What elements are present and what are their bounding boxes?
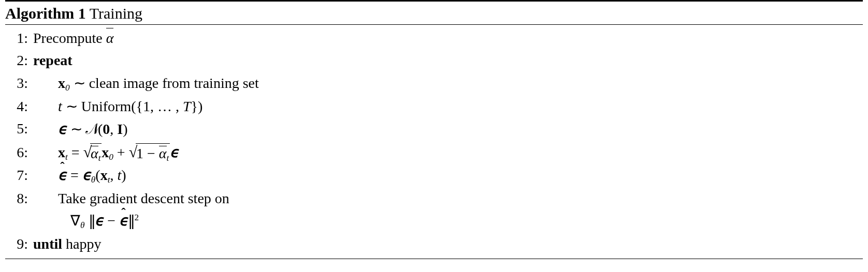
algorithm-block: Algorithm 1 Training 1: Precompute α 2: … — [0, 0, 868, 261]
line-content: t ∼ Uniform({1, … , T}) — [33, 95, 863, 117]
sub-t: t — [98, 153, 101, 163]
sim-symbol: ∼ — [70, 75, 89, 91]
algorithm-title: Algorithm 1 Training — [5, 2, 863, 24]
line-number: 6: — [5, 141, 33, 163]
sqrt: √1 − αt — [129, 143, 170, 164]
paren-open: ( — [98, 121, 103, 137]
line-number: 2: — [5, 49, 33, 71]
algo-line-cont: ∇θ ‖ϵ − ϵ‖2 — [5, 209, 863, 233]
paren-close: ) — [121, 167, 126, 183]
exp-2: 2 — [135, 213, 139, 223]
line-number: 4: — [5, 95, 33, 117]
algo-line: 1: Precompute α — [5, 27, 863, 49]
var-eps: ϵ — [170, 144, 179, 160]
algo-line: 4: t ∼ Uniform({1, … , T}) — [5, 95, 863, 117]
line-content: x0 ∼ clean image from training set — [33, 72, 863, 95]
minus: − — [104, 213, 119, 229]
identity-I: I — [117, 121, 123, 137]
sqrt: √αt — [83, 143, 102, 164]
sqrt-radicand: αt — [90, 143, 102, 164]
equals: = — [68, 144, 83, 160]
args-open: ({1, … , — [131, 98, 183, 114]
text: Take gradient descent step on — [58, 190, 229, 206]
var-eps: ϵ — [95, 213, 104, 229]
line-content: ∇θ ‖ϵ − ϵ‖2 — [33, 209, 863, 233]
one-minus: 1 − — [136, 145, 159, 161]
sub-0: 0 — [109, 152, 113, 161]
algorithm-body: 1: Precompute α 2: repeat 3: x0 ∼ clean … — [5, 25, 863, 259]
text: clean image from training set — [89, 75, 259, 91]
line-number: 7: — [5, 164, 33, 186]
algo-line: 5: ϵ ∼ 𝒩(0, I) — [5, 117, 863, 141]
args-close: }) — [191, 98, 203, 114]
line-number: 5: — [5, 117, 33, 140]
algo-line: 8: Take gradient descent step on — [5, 187, 863, 209]
alpha-bar: α — [106, 27, 114, 49]
keyword-repeat: repeat — [33, 52, 73, 68]
line-content: ϵ ∼ 𝒩(0, I) — [33, 117, 863, 141]
text: happy — [62, 236, 101, 252]
sim-symbol: ∼ — [67, 121, 86, 137]
eps-hat: ϵ — [119, 209, 128, 232]
nabla: ∇ — [70, 213, 80, 229]
algo-line: 3: x0 ∼ clean image from training set — [5, 72, 863, 95]
uniform-fn: Uniform — [81, 98, 131, 114]
line-number: 1: — [5, 27, 33, 49]
paren-close: ) — [123, 121, 127, 137]
keyword-until: until — [33, 236, 62, 252]
normal-N: 𝒩 — [86, 120, 98, 137]
var-T: T — [183, 98, 191, 114]
zero-vec: 0 — [103, 121, 110, 137]
text: Precompute — [33, 30, 106, 46]
equals: = — [67, 167, 82, 183]
paren-open: ( — [95, 167, 100, 183]
algorithm-number: Algorithm 1 — [5, 5, 86, 22]
sub-0: 0 — [65, 83, 70, 93]
bottom-rule — [5, 259, 863, 259]
algo-line: 6: xt = √αtx0 + √1 − αtϵ — [5, 141, 863, 164]
norm-open: ‖ — [89, 213, 95, 229]
line-content: ϵ = ϵθ(xt, t) — [33, 164, 863, 187]
space — [85, 213, 89, 229]
norm-close: ‖ — [128, 213, 135, 229]
line-content: Take gradient descent step on — [33, 187, 863, 209]
comma: , — [110, 121, 117, 137]
var-x: x — [102, 144, 109, 160]
sub-t: t — [167, 153, 169, 163]
algo-line: 2: repeat — [5, 49, 863, 71]
line-content: Precompute α — [33, 27, 863, 49]
line-number: 9: — [5, 233, 33, 255]
sqrt-radicand: 1 − αt — [136, 143, 170, 164]
line-content: until happy — [33, 233, 863, 255]
var-x: x — [100, 167, 108, 183]
plus: + — [113, 144, 129, 160]
sim-symbol: ∼ — [62, 98, 81, 114]
algo-line: 7: ϵ = ϵθ(xt, t) — [5, 164, 863, 187]
line-content: xt = √αtx0 + √1 − αtϵ — [33, 141, 863, 164]
algo-line: 9: until happy — [5, 233, 863, 255]
var-t: t — [58, 98, 62, 114]
var-x: x — [58, 75, 65, 91]
algorithm-name: Training — [90, 5, 142, 22]
var-eps: ϵ — [82, 167, 91, 183]
eps-hat: ϵ — [58, 164, 67, 186]
alpha-bar: α — [159, 145, 167, 162]
line-content: repeat — [33, 49, 863, 71]
sub-theta: θ — [80, 220, 85, 230]
alpha-bar: α — [91, 145, 98, 162]
line-number: 8: — [5, 187, 33, 209]
comma: , — [110, 167, 117, 183]
line-number: 3: — [5, 72, 33, 94]
var-eps: ϵ — [58, 121, 67, 137]
